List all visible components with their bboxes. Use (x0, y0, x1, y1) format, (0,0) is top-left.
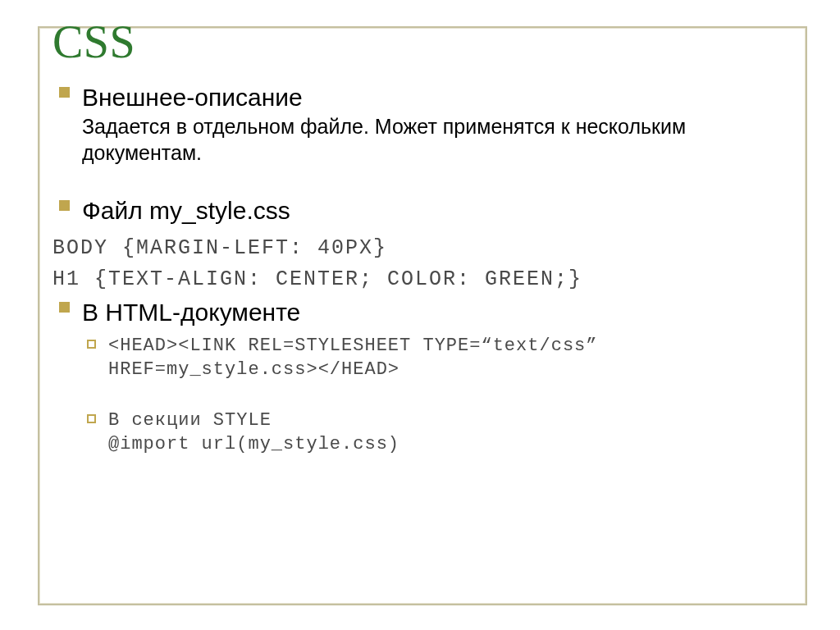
item-heading: Файл my_style.css (82, 194, 796, 226)
list-item: Файл my_style.css (52, 194, 796, 226)
slide-title: CSS (52, 18, 812, 66)
bullet-list: Внешнее-описание Задается в отдельном фа… (52, 81, 796, 226)
code-text: В секции STYLE @import url(my_style.css) (108, 409, 796, 456)
item-heading: Внешнее-описание (82, 81, 796, 113)
bullet-list: В HTML-документе <HEAD><LINK REL=STYLESH… (52, 296, 796, 456)
slide-content: Внешнее-описание Задается в отдельном фа… (52, 81, 796, 457)
code-text: <HEAD><LINK REL=STYLESHEET TYPE=“text/cs… (108, 335, 796, 381)
code-line: H1 {TEXT-ALIGN: CENTER; COLOR: GREEN;} (52, 266, 796, 294)
sub-list-item: В секции STYLE @import url(my_style.css) (82, 409, 796, 456)
item-description: Задается в отдельном файле. Может примен… (82, 113, 796, 167)
list-item: В HTML-документе <HEAD><LINK REL=STYLESH… (52, 296, 796, 456)
sub-bullet-list: <HEAD><LINK REL=STYLESHEET TYPE=“text/cs… (82, 335, 796, 456)
list-item: Внешнее-описание Задается в отдельном фа… (52, 81, 796, 167)
code-line: BODY {MARGIN-LEFT: 40PX} (52, 235, 796, 262)
sub-list-item: <HEAD><LINK REL=STYLESHEET TYPE=“text/cs… (82, 335, 796, 381)
item-heading: В HTML-документе (82, 296, 796, 328)
slide: CSS Внешнее-описание Задается в отдельно… (0, 0, 840, 630)
